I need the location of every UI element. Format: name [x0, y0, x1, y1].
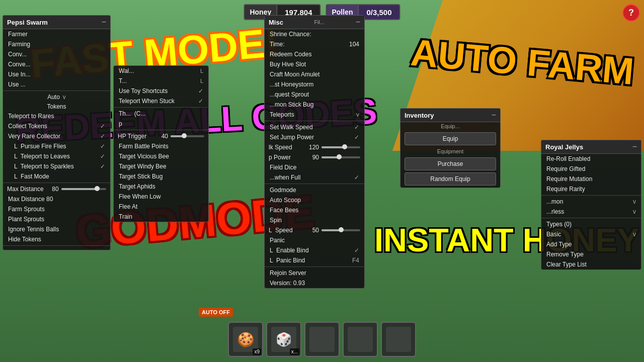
sidebar-item-hide-bees[interactable]: Hide Tokens	[3, 234, 110, 244]
max-distance-label: Max Distance	[7, 186, 44, 193]
left2-item-teleport-stuck[interactable]: Teleport When Stuck ✓	[114, 96, 208, 106]
misc-item-walk-speed[interactable]: Set Walk Speed ✓	[265, 122, 364, 132]
misc-panel-close[interactable]: −	[356, 18, 360, 27]
misc-item-sprout[interactable]: ...quest Sprout	[265, 89, 364, 100]
sidebar-item-teleport-rares[interactable]: Teleport to Rares	[3, 111, 110, 121]
left2-item-p[interactable]: p	[114, 119, 208, 129]
inventory-close[interactable]: −	[492, 111, 496, 120]
misc-item-honeystorm[interactable]: ...st Honeystorm	[265, 79, 364, 89]
toy-shortcuts-check: ✓	[198, 87, 203, 95]
sidebar-item-pursue-fireflies[interactable]: L Pursue Fire Flies ✓	[3, 141, 110, 151]
royal-item-remove-type[interactable]: Remove Type	[541, 249, 641, 259]
left2-item-target-windy[interactable]: Target Windy Bee	[114, 161, 208, 171]
royal-item-mon[interactable]: ...mon v	[541, 197, 641, 207]
walk-speed-slider[interactable]	[321, 146, 360, 148]
when-full-check: ✓	[354, 174, 359, 181]
royal-item-add-type[interactable]: Add Type	[541, 239, 641, 249]
tokens-label: Tokens	[3, 102, 110, 111]
sidebar-item-teleport-sparkles[interactable]: L Teleport to Sparkles ✓	[3, 161, 110, 171]
misc-item-redeem-codes[interactable]: Redeem Codes	[265, 49, 364, 59]
misc-item-field-dice[interactable]: Field Dice	[265, 162, 364, 172]
left2-item-target-stick[interactable]: Target Stick Bug	[114, 171, 208, 182]
sidebar-item-very-rare[interactable]: Very Rare Collector ✓	[3, 131, 110, 141]
walk-speed-check: ✓	[354, 124, 359, 131]
left-panel-close[interactable]: −	[102, 18, 106, 27]
left2-item-t[interactable]: T...L	[114, 76, 208, 86]
very-rare-check: ✓	[100, 133, 105, 140]
walk-speed-slider-row: lk Speed 120	[265, 142, 364, 152]
misc-item-when-full[interactable]: ...when Full ✓	[265, 172, 364, 183]
royal-item-require-rarity[interactable]: Require Rarity	[541, 184, 641, 194]
left2-item-target-vicious[interactable]: Target Vicious Bee	[114, 151, 208, 161]
hp-trigger-slider[interactable]	[171, 135, 204, 137]
left2-item-wal[interactable]: Wal...L	[114, 66, 208, 76]
sidebar-item-use[interactable]: Use ...	[3, 79, 110, 89]
misc-item-spin[interactable]: Spin	[265, 215, 364, 225]
help-button[interactable]: ?	[622, 4, 640, 22]
jump-power-slider-row: p Power 90	[265, 152, 364, 162]
misc-item-auto-scoop[interactable]: Auto Scoop	[265, 195, 364, 205]
left2-item-train[interactable]: Train	[114, 212, 208, 222]
separator-3	[3, 245, 110, 246]
left2-item-flee-low[interactable]: Flee When Low	[114, 192, 208, 202]
max-distance-row: Max Distance 80	[3, 184, 110, 194]
inv-slot-4[interactable]	[343, 322, 378, 357]
misc-item-teleports[interactable]: Teleports v	[265, 110, 364, 120]
left2-item-flee-at[interactable]: Flee At	[114, 202, 208, 212]
royal-item-basic[interactable]: Basic v	[541, 229, 641, 239]
sidebar-item-conv1[interactable]: Conv...	[3, 49, 110, 59]
sidebar-item-usein[interactable]: Use In...	[3, 69, 110, 79]
misc-item-buy-hive[interactable]: Buy Hive Slot	[265, 59, 364, 69]
sidebar-item-farmer[interactable]: Farmer	[3, 29, 110, 39]
sidebar-item-ignore-tennis-balls[interactable]: Plant Sprouts	[3, 214, 110, 224]
royal-item-require-mutation[interactable]: Require Mutation	[541, 174, 641, 184]
sidebar-item-collect-tokens[interactable]: Collect Tokens ✓	[3, 121, 110, 131]
royal-panel-close[interactable]: −	[632, 142, 637, 151]
inv-slot-5[interactable]	[381, 322, 416, 357]
inv-slot-1[interactable]: 🍪 x9	[228, 322, 263, 357]
sidebar-item-conv2[interactable]: Conve...	[3, 59, 110, 69]
sidebar-item-hide-tokens[interactable]: Ignore Tennis Balls	[3, 224, 110, 234]
max-distance-slider[interactable]	[61, 188, 106, 190]
shrine-label: Shrine Chance:	[270, 31, 311, 38]
misc-item-face-bees[interactable]: Face Bees	[265, 205, 364, 215]
left2-item-farm-battle[interactable]: Farm Battle Points	[114, 141, 208, 151]
left2-item-target-aphids[interactable]: Target Aphids	[114, 182, 208, 192]
random-equip-button[interactable]: Random Equip	[405, 172, 496, 186]
royal-item-require-gifted[interactable]: Require Gifted	[541, 164, 641, 174]
royal-item-reroll[interactable]: Re-Roll Enabled	[541, 154, 641, 164]
sidebar-item-collect-treasures[interactable]	[3, 247, 110, 250]
inventory-panel: Inventory − Equip... Equip Equipment Pur…	[400, 108, 501, 188]
left2-item-th[interactable]: Th... (C...	[114, 109, 208, 119]
royal-item-clear-type[interactable]: Clear Type List	[541, 259, 641, 269]
misc-sep-2	[265, 184, 364, 184]
inv-slot-3[interactable]	[304, 322, 340, 357]
misc-item-rejoin[interactable]: Rejoin Server	[265, 268, 364, 278]
misc-item-stick-bug[interactable]: ...mon Stick Bug	[265, 100, 364, 110]
misc-item-jump-power[interactable]: Set Jump Power ✓	[265, 132, 364, 142]
speed-slider[interactable]	[321, 229, 360, 231]
royal-jellys-panel: Royal Jellys − Re-Roll Enabled Require G…	[541, 140, 641, 270]
walk-speed-slider-value: 120	[306, 144, 319, 151]
misc-item-enable-bind[interactable]: L Enable Bind ✓	[265, 245, 364, 255]
left2-item-toy-shortcuts[interactable]: Use Toy Shortcuts ✓	[114, 86, 208, 96]
misc-item-panic-bind[interactable]: L Panic Bind F4	[265, 255, 364, 265]
misc-item-craft-moon[interactable]: Craft Moon Amulet	[265, 69, 364, 79]
equip-button[interactable]: Equip	[405, 132, 496, 145]
hp-trigger-label: HP Trigger	[118, 133, 153, 140]
misc-item-godmode[interactable]: Godmode	[265, 185, 364, 195]
sidebar-item-farm-sprouts[interactable]: Max Distance 80	[3, 194, 110, 204]
sidebar-item-teleport-leaves[interactable]: L Teleport to Leaves ✓	[3, 151, 110, 161]
hp-trigger-value: 40	[155, 133, 168, 140]
royal-sep-2	[541, 218, 641, 218]
jump-power-slider[interactable]	[321, 156, 360, 158]
inv-slot-2[interactable]: 🎲 x...	[266, 322, 301, 357]
sidebar-item-farming[interactable]: Farming	[3, 39, 110, 49]
walk-speed-slider-label: lk Speed	[269, 144, 304, 151]
royal-sep-1	[541, 195, 641, 196]
purchase-button[interactable]: Purchase	[405, 157, 496, 170]
sidebar-item-plant-sprouts[interactable]: Farm Sprouts	[3, 204, 110, 214]
royal-item-rless[interactable]: ...rless v	[541, 207, 641, 217]
sidebar-item-fast-mode[interactable]: L Fast Mode	[3, 171, 110, 182]
misc-item-panic[interactable]: Panic	[265, 235, 364, 245]
